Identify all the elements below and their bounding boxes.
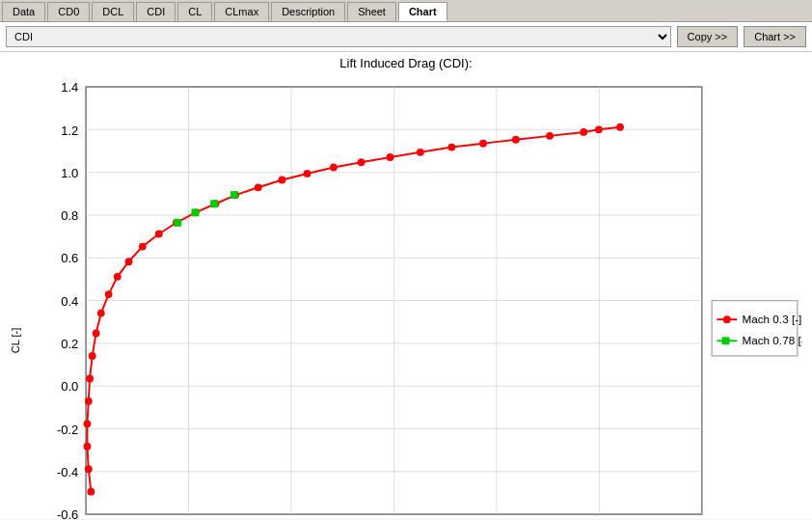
tab-description[interactable]: Description [271,2,345,21]
tab-cdi[interactable]: CDI [136,2,176,21]
data-point [87,488,95,496]
svg-text:0.2: 0.2 [61,337,78,351]
tab-chart[interactable]: Chart [398,2,447,21]
legend-marker-mach03 [723,315,731,323]
dropdown[interactable]: CDI [6,26,671,47]
data-point [358,158,365,166]
tab-bar: Data CD0 DCL CDI CL CLmax Description Sh… [0,0,812,22]
legend-label-mach03: Mach 0.3 [-] [742,313,801,325]
data-point [84,443,92,451]
data-point [86,374,94,382]
tab-sheet[interactable]: Sheet [347,2,396,21]
data-point [114,273,122,281]
data-point [330,164,338,172]
data-point [279,177,286,184]
data-point [93,330,100,338]
svg-text:0.0: 0.0 [61,379,78,394]
data-point [616,123,624,131]
tab-dcl[interactable]: DCL [92,2,134,21]
data-point [255,183,262,191]
data-point [595,125,603,133]
data-point-mach078 [210,200,218,207]
data-point [512,136,520,144]
data-point [84,420,92,427]
svg-text:-0.4: -0.4 [57,465,78,479]
data-point [97,310,105,317]
tab-clmax[interactable]: CLmax [214,2,269,21]
data-point [304,170,311,178]
data-point-mach078 [192,208,200,216]
data-point [125,258,133,265]
chart-title: Lift Induced Drag (CDI): [0,56,812,70]
data-point [85,397,93,405]
data-point [546,132,554,140]
legend-marker-mach078 [722,337,730,344]
data-point-mach078 [174,219,181,227]
chart-button[interactable]: Chart >> [744,26,806,47]
data-point [387,153,394,161]
data-point [417,149,424,156]
data-point [105,290,113,298]
chart-area: CL [-] [0,74,812,520]
data-point [139,243,147,251]
main-area: CDI Copy >> Chart >> Lift Induced Drag (… [0,22,812,519]
svg-text:0.8: 0.8 [61,208,78,223]
data-point [580,128,587,136]
tab-data[interactable]: Data [2,2,45,21]
chart-inner: 0 0.02 0.04 0.06 0.08 0.10 0.12 1.4 1.2 … [23,74,802,520]
svg-text:1.4: 1.4 [61,80,78,95]
svg-text:1.2: 1.2 [61,123,78,138]
legend-label-mach078: Mach 0.78 [-] [742,334,802,346]
svg-text:0.4: 0.4 [61,294,78,309]
svg-text:0.6: 0.6 [61,251,78,265]
y-axis-label: CL [-] [10,74,21,520]
data-point [85,465,93,473]
data-point [447,144,455,151]
data-point-mach078 [230,191,238,199]
tab-cl[interactable]: CL [177,2,212,21]
copy-button[interactable]: Copy >> [677,26,739,47]
data-point [479,140,487,148]
chart-svg: 0 0.02 0.04 0.06 0.08 0.10 0.12 1.4 1.2 … [23,74,802,520]
tab-cd0[interactable]: CD0 [47,2,90,21]
data-point [155,231,163,238]
svg-text:1.0: 1.0 [61,166,78,180]
data-point [89,352,96,360]
toolbar: CDI Copy >> Chart >> [0,22,812,52]
legend-box [712,301,798,356]
svg-text:-0.6: -0.6 [57,507,78,520]
svg-text:-0.2: -0.2 [57,423,78,437]
